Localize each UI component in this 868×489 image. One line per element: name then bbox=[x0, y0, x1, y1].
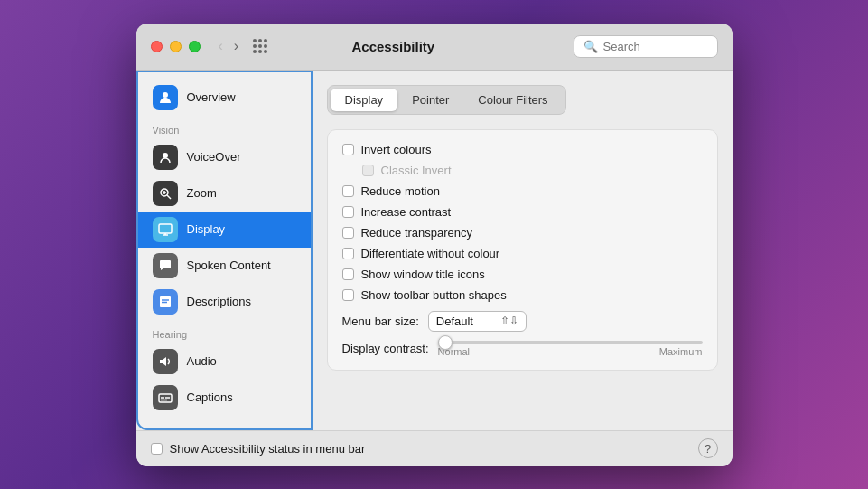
classic-invert-checkbox[interactable] bbox=[362, 165, 374, 176]
sidebar-item-label-descriptions: Descriptions bbox=[187, 295, 252, 308]
increase-contrast-row: Increase contrast bbox=[342, 202, 703, 222]
minimize-button[interactable] bbox=[170, 41, 182, 52]
toolbar-button-shapes-checkbox[interactable] bbox=[342, 289, 354, 301]
svg-point-0 bbox=[163, 92, 168, 98]
svg-rect-6 bbox=[159, 224, 172, 233]
sidebar-item-label-display: Display bbox=[187, 222, 226, 236]
bottom-bar: Show Accessibility status in menu bar ? bbox=[136, 430, 733, 466]
menu-bar-size-label: Menu bar size: bbox=[342, 315, 419, 328]
overview-icon bbox=[153, 85, 178, 110]
sidebar-item-label-audio: Audio bbox=[187, 354, 217, 368]
menu-bar-size-row: Menu bar size: Default ⇧⇩ bbox=[342, 306, 703, 337]
main-window: ‹ › Accessibility 🔍 Ov bbox=[136, 24, 733, 466]
show-status-row: Show Accessibility status in menu bar bbox=[151, 442, 698, 456]
zoom-icon bbox=[153, 181, 178, 206]
help-button[interactable]: ? bbox=[698, 438, 718, 458]
maximize-button[interactable] bbox=[189, 41, 201, 52]
increase-contrast-checkbox[interactable] bbox=[342, 206, 354, 218]
window-title-icons-checkbox[interactable] bbox=[342, 268, 354, 280]
tab-colour-filters[interactable]: Colour Filters bbox=[463, 89, 562, 111]
display-settings-box: Invert colours Classic Invert Reduce mot… bbox=[327, 129, 718, 371]
sidebar-item-label-captions: Captions bbox=[187, 390, 233, 404]
window-controls bbox=[151, 41, 201, 52]
display-contrast-row: Display contrast: Normal Maximum bbox=[342, 337, 703, 361]
sidebar-item-voiceover[interactable]: VoiceOver bbox=[138, 139, 311, 175]
differentiate-label: Differentiate without colour bbox=[361, 247, 500, 260]
search-box[interactable]: 🔍 bbox=[574, 35, 718, 58]
menu-bar-size-dropdown[interactable]: Default ⇧⇩ bbox=[428, 311, 527, 332]
search-input[interactable] bbox=[603, 40, 712, 53]
toolbar-button-shapes-label: Show toolbar button shapes bbox=[361, 288, 507, 302]
voiceover-icon bbox=[153, 145, 178, 170]
reduce-motion-checkbox[interactable] bbox=[342, 185, 354, 197]
sidebar-item-spoken-content[interactable]: Spoken Content bbox=[138, 248, 311, 284]
sidebar-item-label-spoken-content: Spoken Content bbox=[187, 259, 271, 272]
reduce-transparency-label: Reduce transparency bbox=[361, 226, 473, 240]
slider-labels: Normal Maximum bbox=[438, 346, 703, 357]
sidebar-item-display[interactable]: Display bbox=[138, 212, 311, 248]
sidebar-item-zoom[interactable]: Zoom bbox=[138, 175, 311, 212]
titlebar: ‹ › Accessibility 🔍 bbox=[136, 24, 733, 71]
tab-display[interactable]: Display bbox=[331, 89, 398, 111]
descriptions-icon bbox=[153, 289, 178, 315]
close-button[interactable] bbox=[151, 41, 163, 52]
audio-icon bbox=[153, 349, 178, 374]
tabs-row: Display Pointer Colour Filters bbox=[327, 85, 566, 115]
sidebar-item-descriptions[interactable]: Descriptions bbox=[138, 284, 311, 320]
display-contrast-label: Display contrast: bbox=[342, 342, 429, 355]
spoken-content-icon bbox=[153, 253, 178, 278]
invert-colours-label: Invert colours bbox=[361, 143, 432, 156]
contrast-slider-track bbox=[438, 341, 703, 344]
chevron-down-icon: ⇧⇩ bbox=[500, 315, 518, 327]
invert-colours-row: Invert colours bbox=[342, 139, 703, 160]
sidebar-item-overview[interactable]: Overview bbox=[138, 80, 311, 116]
captions-icon bbox=[153, 385, 178, 410]
show-status-label: Show Accessibility status in menu bar bbox=[170, 442, 366, 456]
vision-section-header: Vision bbox=[138, 116, 311, 139]
increase-contrast-label: Increase contrast bbox=[361, 205, 452, 219]
toolbar-button-shapes-row: Show toolbar button shapes bbox=[342, 285, 703, 306]
sidebar-item-label-voiceover: VoiceOver bbox=[187, 150, 241, 164]
differentiate-row: Differentiate without colour bbox=[342, 243, 703, 264]
content-area: Overview Vision VoiceOver bbox=[136, 71, 733, 430]
show-status-checkbox[interactable] bbox=[151, 443, 163, 455]
menu-bar-size-value: Default bbox=[436, 315, 473, 328]
sidebar-item-captions[interactable]: Captions bbox=[138, 380, 311, 416]
display-icon bbox=[153, 217, 178, 242]
display-contrast-slider-container: Normal Maximum bbox=[438, 341, 703, 357]
classic-invert-label: Classic Invert bbox=[381, 164, 452, 177]
reduce-transparency-checkbox[interactable] bbox=[342, 227, 354, 239]
maximum-label: Maximum bbox=[659, 346, 703, 357]
classic-invert-row: Classic Invert bbox=[342, 160, 703, 181]
differentiate-checkbox[interactable] bbox=[342, 248, 354, 259]
window-title: Accessibility bbox=[213, 39, 573, 54]
sidebar-item-label-zoom: Zoom bbox=[187, 186, 217, 200]
window-title-icons-row: Show window title icons bbox=[342, 264, 703, 285]
search-icon: 🔍 bbox=[583, 40, 598, 53]
sidebar: Overview Vision VoiceOver bbox=[136, 71, 313, 430]
contrast-slider-thumb[interactable] bbox=[438, 335, 453, 350]
main-panel: Display Pointer Colour Filters Invert co… bbox=[313, 71, 733, 430]
sidebar-item-audio[interactable]: Audio bbox=[138, 343, 311, 380]
invert-colours-checkbox[interactable] bbox=[342, 144, 354, 155]
hearing-section-header: Hearing bbox=[138, 320, 311, 343]
svg-line-3 bbox=[167, 195, 171, 199]
reduce-transparency-row: Reduce transparency bbox=[342, 222, 703, 243]
svg-marker-11 bbox=[160, 357, 166, 366]
reduce-motion-label: Reduce motion bbox=[361, 184, 440, 198]
sidebar-item-label-overview: Overview bbox=[187, 90, 236, 104]
tab-pointer[interactable]: Pointer bbox=[397, 89, 463, 111]
window-title-icons-label: Show window title icons bbox=[361, 268, 485, 281]
reduce-motion-row: Reduce motion bbox=[342, 181, 703, 202]
svg-point-1 bbox=[163, 153, 168, 158]
